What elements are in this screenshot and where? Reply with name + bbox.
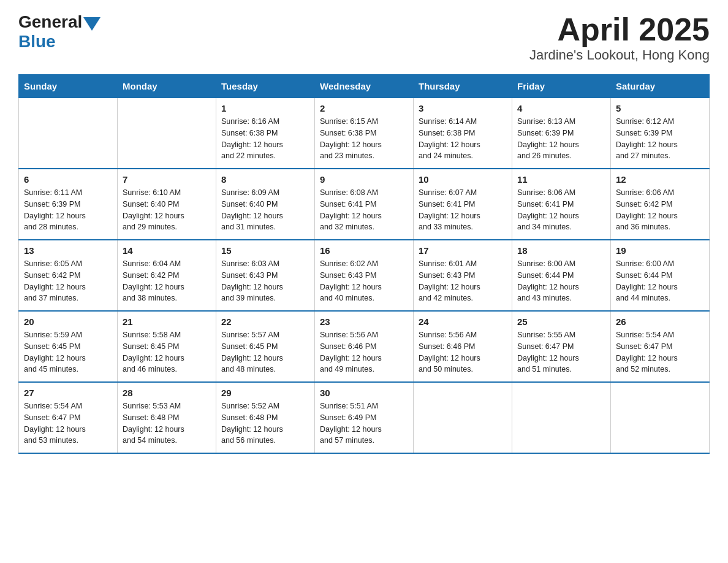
calendar-cell: 14Sunrise: 6:04 AMSunset: 6:42 PMDayligh… [118,240,216,311]
day-info: Sunrise: 6:08 AMSunset: 6:41 PMDaylight:… [320,187,408,233]
day-info: Sunrise: 5:51 AMSunset: 6:49 PMDaylight:… [320,400,408,446]
calendar-cell: 15Sunrise: 6:03 AMSunset: 6:43 PMDayligh… [216,240,315,311]
calendar-cell: 20Sunrise: 5:59 AMSunset: 6:45 PMDayligh… [19,311,118,382]
logo: General Blue [18,12,100,52]
day-info: Sunrise: 5:56 AMSunset: 6:46 PMDaylight:… [320,329,408,375]
page-subtitle: Jardine's Lookout, Hong Kong [529,47,710,63]
day-info: Sunrise: 6:15 AMSunset: 6:38 PMDaylight:… [320,116,408,162]
day-info: Sunrise: 6:06 AMSunset: 6:41 PMDaylight:… [517,187,605,233]
calendar-cell: 2Sunrise: 6:15 AMSunset: 6:38 PMDaylight… [315,98,414,169]
calendar-week-row: 20Sunrise: 5:59 AMSunset: 6:45 PMDayligh… [19,311,710,382]
day-info: Sunrise: 6:09 AMSunset: 6:40 PMDaylight:… [221,187,309,233]
calendar-cell: 11Sunrise: 6:06 AMSunset: 6:41 PMDayligh… [512,169,611,240]
header-tuesday: Tuesday [216,75,315,98]
day-number: 15 [221,245,309,256]
day-number: 30 [320,388,408,398]
day-info: Sunrise: 6:05 AMSunset: 6:42 PMDaylight:… [24,258,112,304]
calendar-week-row: 1Sunrise: 6:16 AMSunset: 6:38 PMDaylight… [19,98,710,169]
calendar-week-row: 6Sunrise: 6:11 AMSunset: 6:39 PMDaylight… [19,169,710,240]
logo-triangle-icon [83,17,100,31]
header-monday: Monday [118,75,216,98]
calendar-cell: 26Sunrise: 5:54 AMSunset: 6:47 PMDayligh… [611,311,710,382]
header-saturday: Saturday [611,75,710,98]
day-info: Sunrise: 5:55 AMSunset: 6:47 PMDaylight:… [517,329,605,375]
day-info: Sunrise: 6:16 AMSunset: 6:38 PMDaylight:… [221,116,309,162]
day-info: Sunrise: 6:03 AMSunset: 6:43 PMDaylight:… [221,258,309,304]
day-number: 7 [123,174,211,185]
header-thursday: Thursday [414,75,512,98]
day-info: Sunrise: 6:04 AMSunset: 6:42 PMDaylight:… [123,258,211,304]
calendar-cell: 16Sunrise: 6:02 AMSunset: 6:43 PMDayligh… [315,240,414,311]
day-info: Sunrise: 6:12 AMSunset: 6:39 PMDaylight:… [616,116,704,162]
logo-general-text: General [18,12,82,32]
calendar-cell: 10Sunrise: 6:07 AMSunset: 6:41 PMDayligh… [414,169,512,240]
calendar-cell: 18Sunrise: 6:00 AMSunset: 6:44 PMDayligh… [512,240,611,311]
page-header: General Blue April 2025 Jardine's Lookou… [18,12,710,63]
day-number: 14 [123,245,211,256]
day-info: Sunrise: 6:11 AMSunset: 6:39 PMDaylight:… [24,187,112,233]
day-number: 6 [24,174,112,185]
day-number: 22 [221,316,309,327]
header-wednesday: Wednesday [315,75,414,98]
day-info: Sunrise: 5:58 AMSunset: 6:45 PMDaylight:… [123,329,211,375]
calendar-cell: 12Sunrise: 6:06 AMSunset: 6:42 PMDayligh… [611,169,710,240]
page-title: April 2025 [529,12,710,47]
day-info: Sunrise: 6:06 AMSunset: 6:42 PMDaylight:… [616,187,704,233]
calendar-cell: 24Sunrise: 5:56 AMSunset: 6:46 PMDayligh… [414,311,512,382]
day-info: Sunrise: 5:54 AMSunset: 6:47 PMDaylight:… [616,329,704,375]
day-number: 25 [517,316,605,327]
day-info: Sunrise: 5:54 AMSunset: 6:47 PMDaylight:… [24,400,112,446]
header-friday: Friday [512,75,611,98]
day-info: Sunrise: 6:00 AMSunset: 6:44 PMDaylight:… [616,258,704,304]
calendar-cell: 13Sunrise: 6:05 AMSunset: 6:42 PMDayligh… [19,240,118,311]
day-number: 21 [123,316,211,327]
day-number: 4 [517,103,605,113]
calendar-week-row: 27Sunrise: 5:54 AMSunset: 6:47 PMDayligh… [19,382,710,453]
day-info: Sunrise: 5:53 AMSunset: 6:48 PMDaylight:… [123,400,211,446]
calendar-body: 1Sunrise: 6:16 AMSunset: 6:38 PMDaylight… [19,98,710,454]
calendar-table: Sunday Monday Tuesday Wednesday Thursday… [18,74,710,454]
calendar-cell: 8Sunrise: 6:09 AMSunset: 6:40 PMDaylight… [216,169,315,240]
day-number: 17 [419,245,507,256]
calendar-cell: 27Sunrise: 5:54 AMSunset: 6:47 PMDayligh… [19,382,118,453]
day-number: 10 [419,174,507,185]
calendar-cell: 17Sunrise: 6:01 AMSunset: 6:43 PMDayligh… [414,240,512,311]
day-info: Sunrise: 6:14 AMSunset: 6:38 PMDaylight:… [419,116,507,162]
calendar-cell: 4Sunrise: 6:13 AMSunset: 6:39 PMDaylight… [512,98,611,169]
day-number: 20 [24,316,112,327]
day-info: Sunrise: 6:13 AMSunset: 6:39 PMDaylight:… [517,116,605,162]
calendar-cell: 29Sunrise: 5:52 AMSunset: 6:48 PMDayligh… [216,382,315,453]
day-number: 16 [320,245,408,256]
calendar-cell [118,98,216,169]
day-number: 23 [320,316,408,327]
day-info: Sunrise: 5:57 AMSunset: 6:45 PMDaylight:… [221,329,309,375]
logo-blue-text: Blue [18,32,100,52]
calendar-cell: 30Sunrise: 5:51 AMSunset: 6:49 PMDayligh… [315,382,414,453]
calendar-cell [19,98,118,169]
day-number: 1 [221,103,309,113]
calendar-cell: 19Sunrise: 6:00 AMSunset: 6:44 PMDayligh… [611,240,710,311]
day-number: 26 [616,316,704,327]
calendar-cell [512,382,611,453]
day-number: 13 [24,245,112,256]
calendar-cell: 3Sunrise: 6:14 AMSunset: 6:38 PMDaylight… [414,98,512,169]
calendar-cell [414,382,512,453]
day-info: Sunrise: 6:07 AMSunset: 6:41 PMDaylight:… [419,187,507,233]
day-number: 5 [616,103,704,113]
day-number: 2 [320,103,408,113]
day-number: 24 [419,316,507,327]
header-row: Sunday Monday Tuesday Wednesday Thursday… [19,75,710,98]
calendar-week-row: 13Sunrise: 6:05 AMSunset: 6:42 PMDayligh… [19,240,710,311]
day-number: 9 [320,174,408,185]
calendar-cell: 9Sunrise: 6:08 AMSunset: 6:41 PMDaylight… [315,169,414,240]
day-number: 29 [221,388,309,398]
title-block: April 2025 Jardine's Lookout, Hong Kong [529,12,710,63]
calendar-cell: 1Sunrise: 6:16 AMSunset: 6:38 PMDaylight… [216,98,315,169]
calendar-cell: 25Sunrise: 5:55 AMSunset: 6:47 PMDayligh… [512,311,611,382]
day-info: Sunrise: 6:00 AMSunset: 6:44 PMDaylight:… [517,258,605,304]
calendar-cell: 22Sunrise: 5:57 AMSunset: 6:45 PMDayligh… [216,311,315,382]
day-number: 11 [517,174,605,185]
calendar-header: Sunday Monday Tuesday Wednesday Thursday… [19,75,710,98]
day-info: Sunrise: 5:56 AMSunset: 6:46 PMDaylight:… [419,329,507,375]
calendar-cell [611,382,710,453]
